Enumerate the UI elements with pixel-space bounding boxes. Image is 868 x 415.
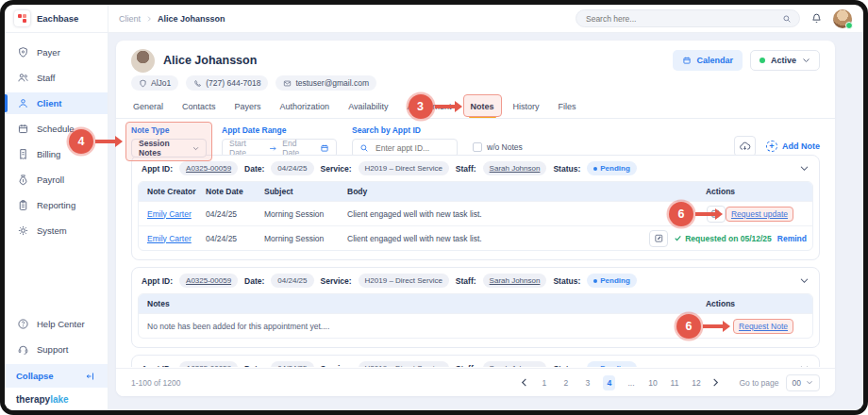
calendar-button[interactable]: Calendar <box>673 50 743 71</box>
tab-history[interactable]: History <box>513 95 540 118</box>
service-value: H2019 – Direct Service <box>359 161 449 175</box>
page-4-active[interactable]: 4 <box>603 375 615 390</box>
page-11[interactable]: 11 <box>668 378 680 388</box>
date-value: 04/24/25 <box>271 161 313 175</box>
service-label: Service: <box>321 364 352 368</box>
eachbase-logo-icon <box>14 10 30 26</box>
staff-label: Staff: <box>456 276 476 286</box>
sidebar-item-help-center[interactable]: Help Center <box>5 313 108 335</box>
reporting-icon <box>17 199 29 211</box>
checkbox-icon[interactable] <box>473 142 482 152</box>
sidebar-item-label: Billing <box>37 149 60 159</box>
brand-prefix: therapy <box>16 394 50 405</box>
sidebar-item-staff[interactable]: Staff <box>5 67 108 89</box>
topbar-right <box>576 9 863 28</box>
chevron-down-icon <box>802 58 810 63</box>
chevron-left-icon[interactable] <box>520 377 528 388</box>
plus-icon: + <box>766 141 777 152</box>
client-header: Alice Johansson Calendar Active <box>116 41 835 73</box>
add-note-button[interactable]: + Add Note <box>766 141 820 152</box>
tab-contacts[interactable]: Contacts <box>182 95 216 118</box>
breadcrumb-parent[interactable]: Client <box>119 14 141 24</box>
page-3[interactable]: 3 <box>581 378 593 388</box>
appt-search-label: Search by Appt ID <box>352 125 458 135</box>
note-type-select[interactable]: Session Notes <box>131 139 207 158</box>
client-status-select[interactable]: Active <box>750 50 820 71</box>
bell-icon[interactable] <box>810 12 823 25</box>
chevron-down-icon[interactable] <box>799 365 810 367</box>
without-notes-checkbox[interactable]: w/o Notes <box>473 142 523 152</box>
chevron-down-icon[interactable] <box>799 165 810 172</box>
chevron-down-icon[interactable] <box>799 277 810 284</box>
note-creator-link[interactable]: Emily Carter <box>147 209 192 219</box>
staff-value[interactable]: Sarah Johnson <box>483 274 547 288</box>
appt-id-label: Appt ID: <box>142 364 173 368</box>
notes-filters: Note Type Session Notes Appt Date Range … <box>116 119 835 155</box>
appointments-list: Appt ID: A0325-00059 Date: 04/24/25 Serv… <box>116 155 835 367</box>
global-search[interactable] <box>576 9 800 27</box>
shield-icon <box>139 79 147 88</box>
request-update-link[interactable]: Request update <box>731 209 788 219</box>
annotation-step-badge: 4 <box>69 129 93 154</box>
sidebar-item-payer[interactable]: Payer <box>5 42 108 63</box>
remind-link[interactable]: Remind <box>777 234 807 243</box>
pagination-range: 1-100 of 1200 <box>131 378 180 388</box>
sidebar-item-reporting[interactable]: Reporting <box>5 194 108 216</box>
staff-label: Staff: <box>456 164 476 174</box>
tab-authorization[interactable]: Authorization <box>280 95 330 118</box>
brand-suffix: lake <box>50 394 68 405</box>
sidebar-item-payroll[interactable]: Payroll <box>5 169 108 191</box>
sidebar-collapse-button[interactable]: Collapse <box>5 364 108 388</box>
page-10[interactable]: 10 <box>646 378 659 388</box>
date-range-label: Appt Date Range <box>222 125 337 135</box>
client-tabs: General Contacts Payers Authorization Av… <box>116 95 835 119</box>
therapylake-logo: therapylake <box>5 388 108 410</box>
appt-search-input[interactable] <box>374 142 449 154</box>
tab-availability[interactable]: Availability <box>348 95 388 118</box>
notes-table-empty: Notes Actions No note has been added for… <box>138 293 813 339</box>
page-12[interactable]: 12 <box>690 378 702 388</box>
tab-notes[interactable]: Notes <box>471 95 494 118</box>
sidebar-item-label: System <box>37 225 67 236</box>
staff-value[interactable]: Sarah Johnson <box>483 361 547 367</box>
sidebar-item-label: Schedule <box>37 124 75 134</box>
tab-payers[interactable]: Payers <box>235 95 261 118</box>
sidebar-item-support[interactable]: Support <box>5 339 108 360</box>
user-avatar[interactable] <box>833 9 852 28</box>
status-badge: Pending <box>587 361 637 367</box>
tab-files[interactable]: Files <box>559 95 576 118</box>
app-logo[interactable]: Eachbase <box>5 5 108 32</box>
service-value: H2019 – Direct Service <box>359 274 449 288</box>
goto-page-value: 00 <box>793 378 801 388</box>
staff-value[interactable]: Sarah Johnson <box>483 161 547 175</box>
chevron-right-icon[interactable] <box>711 377 720 388</box>
appt-id-value[interactable]: A0325-00059 <box>179 274 238 288</box>
request-note-link[interactable]: Request Note <box>739 322 788 331</box>
edit-note-button[interactable] <box>649 230 668 247</box>
pending-dot <box>593 367 597 368</box>
app-name: Eachbase <box>37 13 78 24</box>
export-button[interactable] <box>734 136 756 157</box>
global-search-input[interactable] <box>584 13 776 25</box>
tab-general[interactable]: General <box>133 95 163 118</box>
annotation-arrow <box>695 212 715 216</box>
headset-icon <box>17 343 29 356</box>
sidebar-item-system[interactable]: System <box>5 220 108 241</box>
appt-id-value[interactable]: A0325-00059 <box>179 161 238 175</box>
client-icon <box>17 97 29 109</box>
appt-id-value[interactable]: A0325-00059 <box>179 361 238 367</box>
client-id-badge: AlJo1 <box>131 75 178 91</box>
annotation-arrow <box>703 324 723 328</box>
sidebar-item-label: Payroll <box>37 174 64 185</box>
client-avatar <box>131 49 155 73</box>
goto-page-select[interactable]: 00 <box>786 374 820 391</box>
breadcrumb-current: Alice Johansson <box>158 14 225 24</box>
page-1[interactable]: 1 <box>538 378 550 388</box>
sidebar-item-label: Staff <box>37 73 55 83</box>
page-2[interactable]: 2 <box>559 378 572 388</box>
note-creator-link[interactable]: Emily Carter <box>147 234 192 243</box>
sidebar-item-client[interactable]: Client <box>5 92 108 114</box>
add-note-label: Add Note <box>782 141 820 151</box>
screenshot-frame: Eachbase Client Alice Johansson Payer <box>0 0 868 415</box>
service-value: H2019 – Direct Service <box>359 361 449 367</box>
